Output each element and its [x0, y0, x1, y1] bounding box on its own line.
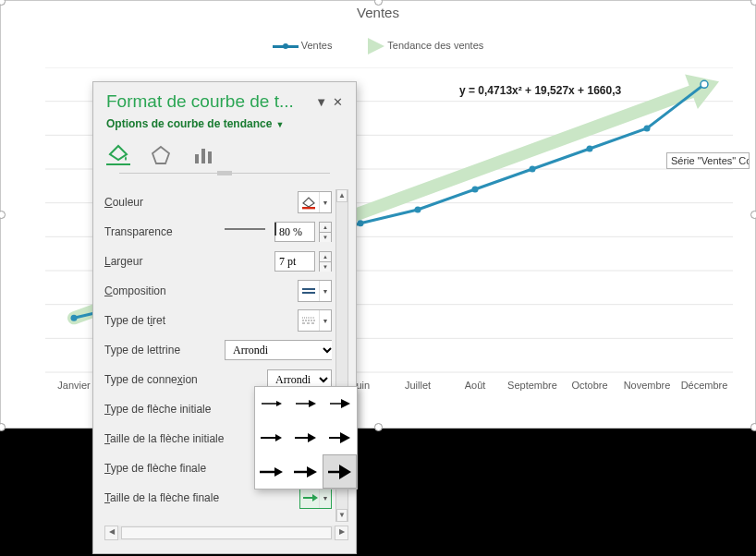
- arrow-size-cell[interactable]: [255, 421, 289, 455]
- width-spinner[interactable]: ▲▼: [319, 251, 332, 272]
- chevron-down-icon: ▼: [319, 488, 331, 508]
- data-tooltip: Série "Ventes" Cou: [666, 152, 750, 169]
- fill-line-tab-icon[interactable]: [106, 143, 130, 165]
- width-input[interactable]: [274, 251, 315, 272]
- svg-rect-49: [201, 149, 205, 163]
- svg-point-46: [701, 80, 708, 88]
- svg-marker-80: [307, 466, 317, 477]
- arrow-size-cell[interactable]: [255, 387, 289, 421]
- arrow-size-cell-selected[interactable]: [323, 454, 357, 489]
- cap-type-select[interactable]: Arrondi: [225, 340, 332, 360]
- chevron-down-icon: ▼: [319, 281, 331, 301]
- svg-marker-47: [152, 147, 169, 163]
- color-picker-button[interactable]: ▼: [298, 191, 332, 213]
- chevron-down-icon: ▼: [319, 192, 331, 212]
- svg-point-43: [587, 146, 593, 152]
- svg-point-42: [530, 166, 536, 173]
- scroll-down-icon[interactable]: ▼: [336, 509, 348, 522]
- pane-subtitle-text: Options de courbe de tendance: [106, 117, 272, 130]
- scroll-left-icon[interactable]: ◀: [104, 526, 118, 540]
- svg-text:Juillet: Juillet: [405, 380, 431, 391]
- end-arrow-size-label: Taille de la flèche finale: [104, 491, 252, 504]
- svg-point-39: [358, 220, 364, 226]
- svg-text:Novembre: Novembre: [624, 380, 671, 391]
- resize-handle[interactable]: [0, 423, 6, 431]
- dash-type-button[interactable]: ▼: [298, 309, 332, 332]
- join-label: Type de connexion: [104, 373, 225, 386]
- arrow-size-cell[interactable]: [323, 421, 357, 455]
- svg-marker-68: [309, 400, 316, 407]
- arrow-size-cell[interactable]: [289, 387, 323, 421]
- cap-label: Type de lettrine: [104, 344, 225, 357]
- svg-text:Août: Août: [465, 380, 486, 391]
- resize-handle[interactable]: [374, 423, 383, 431]
- chart-title[interactable]: Ventes: [1, 5, 755, 20]
- width-label: Largeur: [104, 255, 225, 268]
- svg-marker-78: [274, 467, 283, 477]
- scroll-up-icon[interactable]: ▲: [336, 189, 348, 202]
- svg-point-34: [71, 315, 78, 321]
- arrow-size-cell[interactable]: [289, 454, 323, 489]
- transparency-spinner[interactable]: ▲▼: [319, 222, 332, 242]
- legend[interactable]: Ventes Tendance des ventes: [1, 38, 755, 54]
- svg-marker-82: [339, 465, 351, 479]
- end-arrow-type-label: Type de flèche finale: [104, 462, 252, 475]
- effects-tab-icon[interactable]: [149, 145, 173, 165]
- svg-marker-72: [275, 434, 282, 441]
- svg-text:Octobre: Octobre: [571, 380, 607, 391]
- legend-label: Ventes: [301, 40, 333, 51]
- dash-label: Type de tiret: [104, 314, 225, 327]
- trendline-options-tab-icon[interactable]: [191, 145, 215, 165]
- legend-swatch-line-icon: [273, 45, 299, 48]
- svg-text:Décembre: Décembre: [681, 380, 728, 391]
- pane-options-icon[interactable]: ▼: [315, 95, 327, 109]
- svg-marker-76: [340, 432, 350, 443]
- svg-text:Septembre: Septembre: [507, 380, 557, 391]
- svg-rect-50: [208, 151, 212, 163]
- pane-subtitle[interactable]: Options de courbe de tendance▼: [106, 117, 343, 130]
- legend-swatch-trend-icon: [368, 38, 384, 54]
- transparency-input[interactable]: [274, 222, 315, 242]
- horizontal-scrollbar[interactable]: ◀ ▶: [104, 526, 348, 540]
- color-label: Couleur: [104, 196, 225, 209]
- svg-marker-66: [276, 401, 282, 406]
- svg-marker-70: [341, 399, 350, 408]
- transparency-label: Transparence: [104, 225, 225, 238]
- pane-title: Format de courbe de t...: [106, 91, 315, 112]
- trendline-equation[interactable]: y = 0,4713x² + 19,527x + 1660,3: [459, 84, 621, 97]
- svg-marker-74: [308, 433, 316, 442]
- arrow-size-picker-popup[interactable]: [254, 386, 358, 490]
- svg-marker-64: [312, 494, 318, 502]
- scroll-thumb[interactable]: [121, 526, 332, 539]
- svg-point-44: [644, 126, 651, 132]
- transparency-slider[interactable]: [225, 222, 265, 236]
- svg-rect-48: [195, 154, 199, 163]
- svg-rect-51: [302, 207, 315, 209]
- compound-type-button[interactable]: ▼: [298, 280, 332, 302]
- legend-label: Tendance des ventes: [387, 40, 483, 51]
- scroll-right-icon[interactable]: ▶: [335, 526, 348, 540]
- chevron-down-icon: ▼: [319, 310, 331, 331]
- svg-point-41: [472, 187, 479, 193]
- resize-handle[interactable]: [750, 211, 756, 219]
- begin-arrow-size-label: Taille de la flèche initiale: [104, 432, 252, 445]
- pane-icon-tabs: [106, 143, 343, 165]
- arrow-size-cell[interactable]: [255, 454, 289, 489]
- arrow-size-cell[interactable]: [289, 421, 323, 455]
- pane-close-icon[interactable]: ✕: [333, 95, 343, 109]
- svg-point-40: [415, 207, 421, 213]
- end-arrow-size-button[interactable]: ▼: [299, 487, 332, 509]
- arrow-size-cell[interactable]: [323, 387, 357, 421]
- compound-label: Composition: [104, 284, 225, 297]
- resize-handle[interactable]: [0, 211, 6, 219]
- svg-text:Janvier: Janvier: [57, 380, 91, 391]
- resize-handle[interactable]: [750, 423, 756, 431]
- begin-arrow-type-label: Type de flèche initiale: [104, 403, 252, 416]
